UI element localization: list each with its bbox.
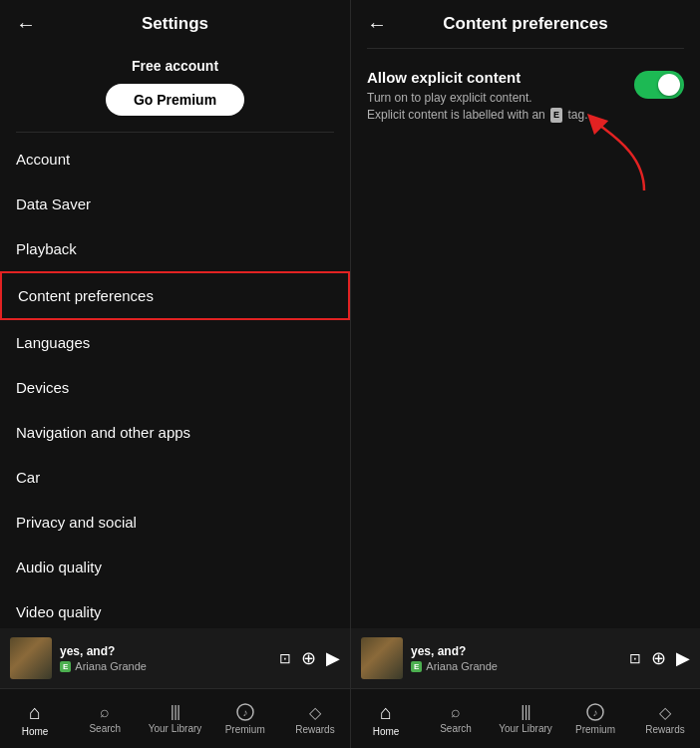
explicit-badge-left: E [60,661,71,672]
menu-item-video-quality[interactable]: Video quality [0,589,350,628]
search-icon-left: ⌕ [100,703,110,721]
play-button-right[interactable]: ▶ [676,647,690,669]
nav-search-right[interactable]: ⌕ Search [421,703,491,734]
home-icon-left: ⌂ [29,701,41,724]
premium-icon-left: ♪ [235,702,255,722]
content-prefs-header: ← Content preferences [351,0,700,48]
now-playing-bar-left: yes, and? E Ariana Grande ⊡ ⊕ ▶ [0,628,350,688]
menu-item-playback[interactable]: Playback [0,226,350,271]
svg-text:♪: ♪ [593,707,598,718]
cast-icon-right[interactable]: ⊡ [629,650,641,666]
home-label-left: Home [22,726,49,737]
menu-item-car[interactable]: Car [0,455,350,500]
left-panel: ← Settings Free account Go Premium Accou… [0,0,350,748]
menu-item-data-saver[interactable]: Data Saver [0,182,350,226]
bottom-nav-right: ⌂ Home ⌕ Search ||| Your Library ♪ Premi… [351,688,700,748]
toggle-knob [658,74,680,96]
home-label-right: Home [373,726,400,737]
add-to-queue-icon-left[interactable]: ⊕ [301,647,316,669]
nav-premium-left[interactable]: ♪ Premium [210,702,280,735]
settings-title: Settings [142,14,208,34]
cast-icon-left[interactable]: ⊡ [279,650,291,666]
premium-label-left: Premium [225,724,265,735]
account-divider [16,132,334,133]
explicit-content-toggle[interactable] [634,71,684,99]
track-thumbnail-right [361,637,403,679]
home-icon-right: ⌂ [380,701,392,724]
nav-home-left[interactable]: ⌂ Home [0,701,70,737]
nav-search-left[interactable]: ⌕ Search [70,703,140,734]
nav-premium-right[interactable]: ♪ Premium [560,702,630,735]
rewards-icon-right: ◇ [659,703,671,722]
right-panel: ← Content preferences Allow explicit con… [350,0,700,748]
track-title-right: yes, and? [411,644,621,658]
library-icon-left: ||| [171,703,179,721]
playback-controls-left: ⊡ ⊕ ▶ [279,647,340,669]
now-playing-bar-right: yes, and? E Ariana Grande ⊡ ⊕ ▶ [351,628,700,688]
nav-library-left[interactable]: ||| Your Library [140,703,209,734]
explicit-content-setting: Allow explicit content Turn on to play e… [367,69,684,124]
content-prefs-title: Content preferences [443,14,607,34]
track-artist-row-right: E Ariana Grande [411,660,621,672]
menu-item-privacy[interactable]: Privacy and social [0,500,350,545]
svg-text:♪: ♪ [242,707,247,718]
explicit-content-desc: Turn on to play explicit content. Explic… [367,90,618,124]
desc-line3: tag. [567,108,587,122]
explicit-inline-badge: E [550,108,562,123]
settings-header: ← Settings [0,0,350,48]
play-button-left[interactable]: ▶ [326,647,340,669]
nav-rewards-left[interactable]: ◇ Rewards [280,703,350,735]
explicit-badge-right: E [411,661,422,672]
content-prefs-body: Allow explicit content Turn on to play e… [351,49,700,628]
menu-item-languages[interactable]: Languages [0,320,350,365]
desc-line2: Explicit content is labelled with an [367,108,545,122]
nav-home-right[interactable]: ⌂ Home [351,701,421,737]
bottom-nav-left: ⌂ Home ⌕ Search ||| Your Library ♪ Premi… [0,688,350,748]
menu-item-content-preferences[interactable]: Content preferences [0,271,350,320]
search-label-left: Search [89,723,121,734]
add-to-queue-icon-right[interactable]: ⊕ [651,647,666,669]
rewards-label-right: Rewards [645,724,684,735]
track-title-left: yes, and? [60,644,271,658]
rewards-icon-left: ◇ [309,703,321,722]
rewards-label-left: Rewards [295,724,334,735]
track-info-left: yes, and? E Ariana Grande [60,644,271,672]
track-artist-right: Ariana Grande [426,660,498,672]
search-label-right: Search [440,723,472,734]
menu-item-audio-quality[interactable]: Audio quality [0,545,350,589]
account-type-label: Free account [132,58,218,74]
menu-item-navigation[interactable]: Navigation and other apps [0,410,350,455]
track-thumbnail-left [10,637,52,679]
settings-menu: Account Data Saver Playback Content pref… [0,137,350,628]
menu-item-account[interactable]: Account [0,137,350,182]
account-section: Free account Go Premium [0,48,350,132]
library-label-left: Your Library [149,723,202,734]
library-label-right: Your Library [499,723,552,734]
search-icon-right: ⌕ [451,703,461,721]
track-artist-left: Ariana Grande [75,660,147,672]
track-info-right: yes, and? E Ariana Grande [411,644,621,672]
nav-rewards-right[interactable]: ◇ Rewards [630,703,700,735]
premium-icon-right: ♪ [585,702,605,722]
menu-item-devices[interactable]: Devices [0,365,350,410]
track-artist-row-left: E Ariana Grande [60,660,271,672]
premium-label-right: Premium [575,724,615,735]
explicit-toggle-wrap [634,71,684,99]
back-button-right[interactable]: ← [367,13,387,36]
back-button[interactable]: ← [16,13,36,36]
library-icon-right: ||| [521,703,529,721]
explicit-content-title: Allow explicit content [367,69,618,86]
desc-line1: Turn on to play explicit content. [367,91,532,105]
explicit-content-text: Allow explicit content Turn on to play e… [367,69,618,124]
arrow-indicator [584,111,654,200]
go-premium-button[interactable]: Go Premium [106,84,244,116]
nav-library-right[interactable]: ||| Your Library [491,703,560,734]
playback-controls-right: ⊡ ⊕ ▶ [629,647,690,669]
